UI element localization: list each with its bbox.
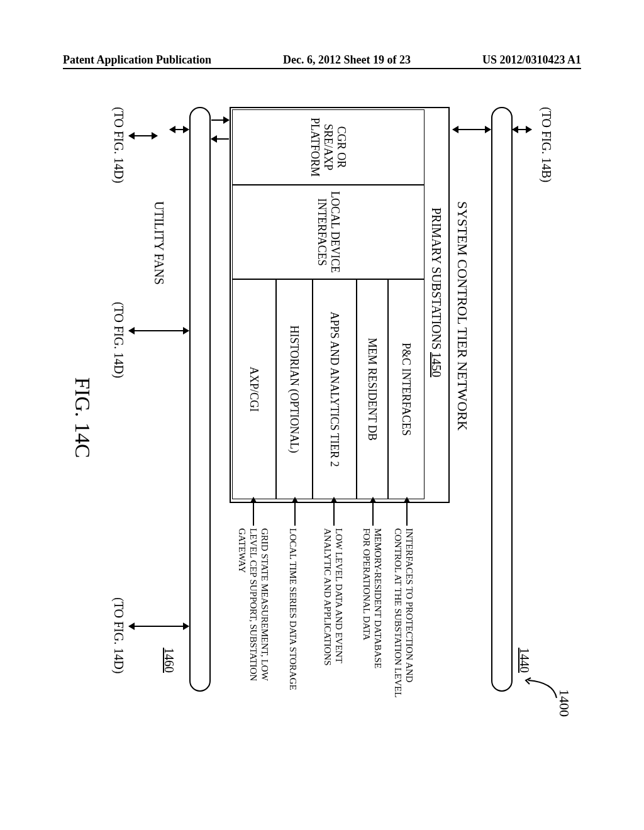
desc-historian: LOCAL TIME SERIES DATA STORAGE xyxy=(287,528,299,692)
header-patent-number: US 2012/0310423 A1 xyxy=(482,53,581,67)
desc-apps-analytics: LOW LEVEL DATA AND EVENT ANALYTIC AND AP… xyxy=(322,528,345,704)
arrow-icon xyxy=(129,626,189,627)
header-publication: Patent Application Publication xyxy=(63,53,211,67)
arrow-icon xyxy=(453,129,491,130)
arrow-icon xyxy=(211,119,229,121)
ref-1460: 1460 xyxy=(162,648,176,673)
box-mem-resident-db: MEM RESIDENT DB xyxy=(357,279,388,499)
arrow-icon xyxy=(129,330,189,331)
leader-line xyxy=(253,499,254,526)
leader-line xyxy=(372,499,374,526)
link-to-fig-14d-1: (TO FIG. 14D) xyxy=(111,107,126,183)
desc-pc-interfaces: INTERFACES TO PROTECTION AND CONTROL AT … xyxy=(392,528,415,704)
ref-1440: 1440 xyxy=(517,648,531,673)
box-pc-interfaces: P&C INTERFACES xyxy=(388,279,425,499)
box-axp-cgi: AXP/CGI xyxy=(232,279,276,499)
arrow-icon xyxy=(513,129,531,130)
desc-axp-cgi: GRID STATE MEASUREMENT, LOW LEVEL CEP SU… xyxy=(236,528,270,704)
link-to-fig-14b: (TO FIG. 14B) xyxy=(539,107,553,182)
arrow-icon xyxy=(170,129,189,130)
figure-area: (TO FIG. 14B) 1400 1440 SYSTEM CONTROL T… xyxy=(6,151,635,667)
page-header: Patent Application Publication Dec. 6, 2… xyxy=(0,53,644,67)
header-rule xyxy=(63,68,581,69)
link-to-fig-14d-2: (TO FIG. 14D) xyxy=(111,302,126,378)
ref-1450: 1450 xyxy=(429,352,443,377)
box-cgr-platform: CGR OR SRE/AXP PLATFORM xyxy=(232,109,425,185)
link-to-fig-14d-3: (TO FIG. 14D) xyxy=(111,597,126,673)
bus-utility-fans xyxy=(189,107,211,692)
title-primary-substations: PRIMARY SUBSTATIONS xyxy=(429,208,443,350)
box-local-device-interfaces: LOCAL DEVICE INTERFACES xyxy=(232,185,425,279)
box-historian: HISTORIAN (OPTIONAL) xyxy=(276,279,313,499)
title-utility-fans: UTILITY FANS xyxy=(152,201,166,285)
figure-label: FIG. 14C xyxy=(70,377,94,458)
arrow-icon xyxy=(211,138,229,140)
leader-line xyxy=(333,499,335,526)
desc-mem-db: MEMORY-RESIDENT DATABASE FOR OPERATIONAL… xyxy=(361,528,384,679)
header-date-sheet: Dec. 6, 2012 Sheet 19 of 23 xyxy=(283,53,411,67)
leader-line xyxy=(406,499,408,526)
title-system-control: SYSTEM CONTROL TIER NETWORK xyxy=(454,201,470,431)
arrow-icon xyxy=(129,135,157,136)
bus-system-control-network xyxy=(491,107,513,692)
box-apps-analytics: APPS AND ANALYTICS TIER 2 xyxy=(313,279,357,499)
leader-line xyxy=(294,499,296,526)
leader-curve-icon xyxy=(516,673,560,704)
